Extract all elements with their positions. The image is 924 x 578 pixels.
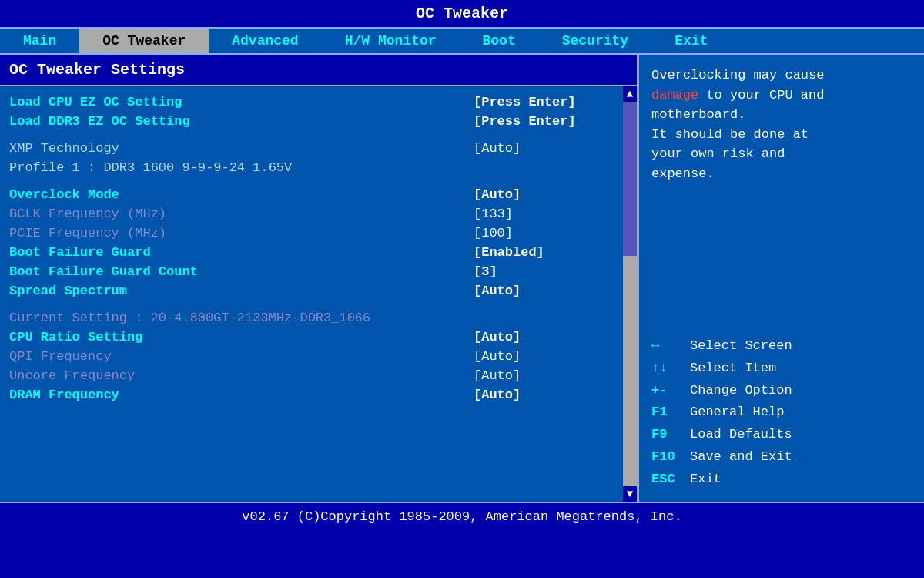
setting-row[interactable]: Load DDR3 EZ OC Setting[Press Enter] <box>9 112 628 131</box>
help-line2: to your CPU and <box>698 88 824 102</box>
key-hint-row: ↑↓Select Item <box>651 358 912 380</box>
setting-label: Load CPU EZ OC Setting <box>9 95 474 109</box>
setting-value: [Auto] <box>474 187 628 202</box>
help-line4: It should be done at <box>651 127 808 142</box>
footer: v02.67 (C)Copyright 1985-2009, American … <box>0 502 924 530</box>
key-hints: ↔Select Screen↑↓Select Item+-Change Opti… <box>651 335 912 491</box>
menu-item-h-w-monitor[interactable]: H/W Monitor <box>322 29 460 53</box>
scrollbar-up-button[interactable]: ▲ <box>623 86 637 102</box>
setting-label: BCLK Frequency (MHz) <box>9 207 474 221</box>
setting-value: [100] <box>474 226 628 240</box>
key-description: Select Screen <box>690 335 792 358</box>
left-panel: OC Tweaker Settings Load CPU EZ OC Setti… <box>0 55 639 502</box>
key-symbol: +- <box>651 380 690 402</box>
setting-row: BCLK Frequency (MHz)[133] <box>9 204 628 223</box>
key-symbol: F1 <box>651 402 690 424</box>
setting-value: [Auto] <box>474 141 628 156</box>
setting-row: Profile 1 : DDR3 1600 9-9-9-24 1.65V <box>9 158 628 177</box>
menu-item-main[interactable]: Main <box>0 29 79 53</box>
setting-value: [3] <box>474 264 628 279</box>
setting-label: Boot Failure Guard <box>9 245 474 260</box>
setting-label: PCIE Frequency (MHz) <box>9 226 474 240</box>
key-hint-row: +-Change Option <box>651 380 912 402</box>
main-area: OC Tweaker Settings Load CPU EZ OC Setti… <box>0 55 924 502</box>
setting-value: [Auto] <box>474 368 628 383</box>
setting-value: [Press Enter] <box>474 95 628 109</box>
title-text: OC Tweaker <box>416 5 508 22</box>
menu-item-boot[interactable]: Boot <box>460 29 539 53</box>
setting-label: Current Setting : 20-4.800GT-2133MHz-DDR… <box>9 311 628 325</box>
menu-bar: MainOC TweakerAdvancedH/W MonitorBootSec… <box>0 27 924 55</box>
scrollbar[interactable]: ▲ ▼ <box>623 86 637 502</box>
key-symbol: ESC <box>651 469 690 491</box>
setting-label: Profile 1 : DDR3 1600 9-9-9-24 1.65V <box>9 160 628 175</box>
key-symbol: ↔ <box>651 335 690 358</box>
key-hint-row: ESCExit <box>651 469 912 491</box>
setting-row: Current Setting : 20-4.800GT-2133MHz-DDR… <box>9 308 628 328</box>
title-bar: OC Tweaker <box>0 0 924 27</box>
key-hint-row: F9Load Defaults <box>651 424 912 446</box>
menu-item-advanced[interactable]: Advanced <box>209 29 321 53</box>
setting-row: XMP Technology[Auto] <box>9 139 628 158</box>
settings-spacer <box>9 177 628 185</box>
help-line3: motherboard. <box>651 107 745 122</box>
setting-label: QPI Frequency <box>9 349 474 364</box>
setting-row[interactable]: Spread Spectrum[Auto] <box>9 281 628 301</box>
setting-label: Uncore Frequency <box>9 368 474 383</box>
setting-row: PCIE Frequency (MHz)[100] <box>9 223 628 243</box>
setting-value: [133] <box>474 207 628 221</box>
key-description: Select Item <box>690 358 776 380</box>
menu-item-security[interactable]: Security <box>539 29 651 53</box>
help-text: Overclocking may causedamage to your CPU… <box>651 66 912 328</box>
menu-item-exit[interactable]: Exit <box>651 29 731 53</box>
key-description: General Help <box>690 402 784 424</box>
damage-word: damage <box>651 88 698 102</box>
key-symbol: F10 <box>651 446 690 469</box>
setting-label: XMP Technology <box>9 141 474 156</box>
setting-row[interactable]: Boot Failure Guard Count[3] <box>9 262 628 281</box>
setting-value: [Auto] <box>474 284 628 298</box>
menu-item-oc-tweaker[interactable]: OC Tweaker <box>79 29 209 53</box>
setting-row[interactable]: CPU Ratio Setting[Auto] <box>9 328 628 347</box>
setting-row[interactable]: Boot Failure Guard[Enabled] <box>9 243 628 262</box>
key-hint-row: F10Save and Exit <box>651 446 912 469</box>
key-hint-row: F1General Help <box>651 402 912 424</box>
key-symbol: F9 <box>651 424 690 446</box>
setting-row: Uncore Frequency[Auto] <box>9 366 628 385</box>
key-description: Exit <box>690 469 721 491</box>
setting-row: QPI Frequency[Auto] <box>9 347 628 366</box>
left-panel-header: OC Tweaker Settings <box>0 55 637 86</box>
key-description: Save and Exit <box>690 446 792 469</box>
help-line1: Overclocking may cause <box>651 68 824 82</box>
setting-row[interactable]: Overclock Mode[Auto] <box>9 185 628 204</box>
key-symbol: ↑↓ <box>651 358 690 380</box>
settings-list: Load CPU EZ OC Setting[Press Enter]Load … <box>0 86 637 502</box>
setting-row[interactable]: Load CPU EZ OC Setting[Press Enter] <box>9 92 628 112</box>
setting-label: DRAM Frequency <box>9 388 474 402</box>
setting-value: [Auto] <box>474 330 628 344</box>
key-hint-row: ↔Select Screen <box>651 335 912 358</box>
setting-value: [Auto] <box>474 388 628 402</box>
settings-spacer <box>9 301 628 308</box>
setting-label: CPU Ratio Setting <box>9 330 474 344</box>
setting-label: Boot Failure Guard Count <box>9 264 474 279</box>
setting-value: [Press Enter] <box>474 114 628 129</box>
help-line6: expense. <box>651 166 715 181</box>
footer-text: v02.67 (C)Copyright 1985-2009, American … <box>242 509 681 524</box>
setting-value: [Auto] <box>474 349 628 364</box>
setting-label: Spread Spectrum <box>9 284 474 298</box>
key-description: Load Defaults <box>690 424 792 446</box>
key-description: Change Option <box>690 380 792 402</box>
setting-label: Load DDR3 EZ OC Setting <box>9 114 474 129</box>
scrollbar-thumb[interactable] <box>623 102 637 256</box>
help-line5: your own risk and <box>651 146 785 161</box>
right-panel: Overclocking may causedamage to your CPU… <box>639 55 924 502</box>
settings-spacer <box>9 131 628 139</box>
setting-value: [Enabled] <box>474 245 628 260</box>
setting-label: Overclock Mode <box>9 187 474 202</box>
scrollbar-down-button[interactable]: ▼ <box>623 486 637 502</box>
setting-row[interactable]: DRAM Frequency[Auto] <box>9 385 628 405</box>
